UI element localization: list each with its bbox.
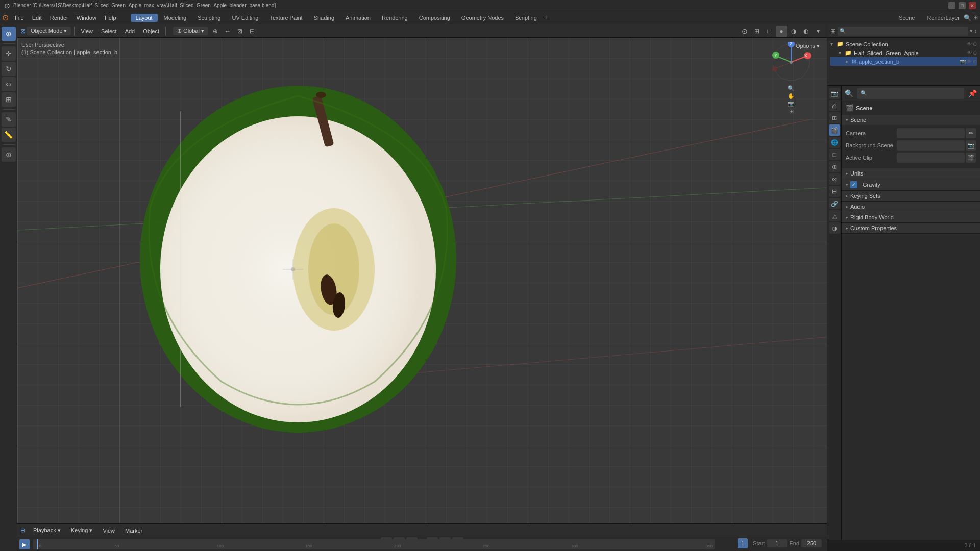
gravity-checkbox[interactable]: ✓: [850, 181, 857, 188]
view-menu-timeline[interactable]: View: [99, 527, 119, 535]
restrict-render-icon[interactable]: 📷: [960, 59, 966, 64]
restrict-view-icon[interactable]: 👁: [967, 59, 972, 64]
tab-animation[interactable]: Animation: [340, 14, 376, 22]
custom-properties-header[interactable]: ▸ Custom Properties: [842, 223, 980, 233]
apple-section-item[interactable]: ▸ ⊠ apple_section_b 📷 👁 ⊙: [830, 57, 977, 66]
restrict-icon[interactable]: ⊙: [973, 50, 977, 56]
audio-section-header[interactable]: ▸ Audio: [842, 202, 980, 212]
cursor-tool[interactable]: ⊕: [2, 27, 16, 41]
tab-compositing[interactable]: Compositing: [414, 14, 455, 22]
playback-menu[interactable]: Playback ▾: [29, 526, 65, 535]
scene-tab[interactable]: 🎬: [829, 124, 840, 136]
search-scene-icon[interactable]: 🔍: [964, 14, 971, 21]
background-scene-icon[interactable]: 📷: [966, 140, 976, 151]
viewport[interactable]: ⊠ Object Mode ▾ View Select Add Object ⊕…: [17, 24, 827, 551]
frame-number-display[interactable]: 1: [738, 538, 748, 548]
transform-icon-4[interactable]: ⊟: [247, 26, 258, 37]
start-frame-field[interactable]: 1: [767, 539, 787, 547]
material-preview-mode[interactable]: ◑: [788, 26, 799, 37]
object-menu[interactable]: Object: [140, 27, 162, 35]
timeline-track[interactable]: 10 50 100 150 200 250 300 350: [33, 539, 715, 549]
visibility-icon-2[interactable]: 👁: [967, 50, 972, 56]
move-tool[interactable]: ✛: [2, 46, 16, 61]
current-frame-indicator[interactable]: ▶: [19, 539, 30, 549]
tab-uv-editing[interactable]: UV Editing: [227, 14, 263, 22]
solid-mode[interactable]: ●: [776, 26, 787, 37]
particles-tab[interactable]: ⊙: [829, 173, 840, 185]
gizmo-pan-icon[interactable]: ✋: [788, 93, 795, 99]
constraints-tab[interactable]: 🔗: [829, 198, 840, 209]
filter2-icon[interactable]: ⊙: [973, 41, 977, 47]
measure-tool[interactable]: 📏: [2, 128, 16, 142]
maximize-button[interactable]: □: [959, 2, 966, 9]
tab-geometry-nodes[interactable]: Geometry Nodes: [456, 14, 509, 22]
properties-search[interactable]: 🔍: [857, 88, 964, 99]
keying-menu[interactable]: Keying ▾: [67, 526, 97, 535]
menu-file[interactable]: File: [11, 14, 28, 22]
rotate-tool[interactable]: ↻: [2, 62, 16, 76]
camera-edit-button[interactable]: ✏: [966, 128, 976, 138]
gizmo-icon[interactable]: ⊞: [751, 26, 763, 37]
tab-modeling[interactable]: Modeling: [159, 14, 192, 22]
end-frame-field[interactable]: 250: [801, 539, 822, 547]
menu-render[interactable]: Render: [46, 14, 72, 22]
menu-help[interactable]: Help: [101, 14, 120, 22]
render-tab[interactable]: 📷: [829, 88, 840, 99]
menu-window[interactable]: Window: [72, 14, 101, 22]
overlay-icon[interactable]: ⊙: [739, 26, 750, 37]
data-tab[interactable]: △: [829, 210, 840, 221]
scene-section-header[interactable]: ▾ Scene: [842, 115, 980, 125]
outliner-search[interactable]: 🔍: [838, 27, 968, 36]
output-tab[interactable]: 🖨: [829, 100, 840, 111]
transform-icon-1[interactable]: ⊕: [210, 26, 221, 37]
transform-icon-2[interactable]: ↔: [222, 26, 233, 37]
visibility-icon[interactable]: 👁: [967, 41, 972, 47]
gizmo-grid-icon[interactable]: ⊞: [789, 108, 794, 115]
tab-rendering[interactable]: Rendering: [377, 14, 413, 22]
view-layer-tab[interactable]: ⊞: [829, 112, 840, 123]
keying-sets-header[interactable]: ▸ Keying Sets: [842, 191, 980, 201]
global-transform-dropdown[interactable]: ⊕ Global ▾: [173, 27, 208, 35]
tab-scripting[interactable]: Scripting: [510, 14, 542, 22]
scene-collection-expand[interactable]: ▾: [830, 41, 837, 47]
prop-pin-icon[interactable]: 📌: [968, 89, 977, 97]
view-menu[interactable]: View: [78, 27, 96, 35]
add-menu[interactable]: Add: [122, 27, 138, 35]
tab-shading[interactable]: Shading: [309, 14, 339, 22]
add-workspace-button[interactable]: +: [545, 14, 549, 22]
filter-icon[interactable]: ▾: [970, 28, 973, 34]
transform-icon-3[interactable]: ⊠: [234, 26, 246, 37]
modifier-tab[interactable]: ⊕: [829, 161, 840, 172]
gizmo-camera-icon[interactable]: 📷: [788, 101, 795, 107]
select-menu[interactable]: Select: [98, 27, 120, 35]
apple-collection-item[interactable]: ▾ 📁 Half_Sliced_Green_Apple 👁 ⊙: [830, 48, 977, 57]
add-object-tool[interactable]: ⊕: [2, 147, 16, 162]
minimize-button[interactable]: ─: [948, 2, 955, 9]
filter-icon[interactable]: ⊞: [973, 14, 978, 21]
sort-icon[interactable]: ↕: [974, 28, 977, 34]
object-tab[interactable]: □: [829, 149, 840, 160]
menu-edit[interactable]: Edit: [28, 14, 46, 22]
camera-value-field[interactable]: [897, 128, 965, 138]
physics-tab[interactable]: ⊟: [829, 186, 840, 197]
tab-texture-paint[interactable]: Texture Paint: [264, 14, 307, 22]
active-clip-icon[interactable]: 🎬: [966, 153, 976, 163]
render-preview-mode[interactable]: ◐: [800, 26, 812, 37]
restrict-select-icon[interactable]: ⊙: [973, 59, 977, 64]
gravity-section-header[interactable]: ▾ ✓ Gravity: [842, 179, 980, 190]
scale-tool[interactable]: ⇔: [2, 77, 16, 91]
shading-dropdown[interactable]: ▾: [813, 26, 824, 37]
tab-layout[interactable]: Layout: [131, 14, 158, 22]
wireframe-mode[interactable]: □: [764, 26, 775, 37]
rigid-body-world-header[interactable]: ▸ Rigid Body World: [842, 212, 980, 222]
marker-menu[interactable]: Marker: [121, 527, 146, 535]
prop-back-icon[interactable]: 🔍: [845, 89, 853, 97]
apple-collection-expand[interactable]: ▾: [839, 50, 845, 56]
nav-gizmo[interactable]: X Y Z 🔍 ✋ 📷: [771, 42, 812, 83]
scene-collection-item[interactable]: ▾ 📁 Scene Collection 👁 ⊙: [830, 40, 977, 48]
material-tab[interactable]: ◑: [829, 222, 840, 234]
units-section-header[interactable]: ▸ Units: [842, 168, 980, 179]
background-scene-field[interactable]: [897, 140, 965, 151]
annotate-tool[interactable]: ✎: [2, 112, 16, 127]
tab-sculpting[interactable]: Sculpting: [192, 14, 226, 22]
